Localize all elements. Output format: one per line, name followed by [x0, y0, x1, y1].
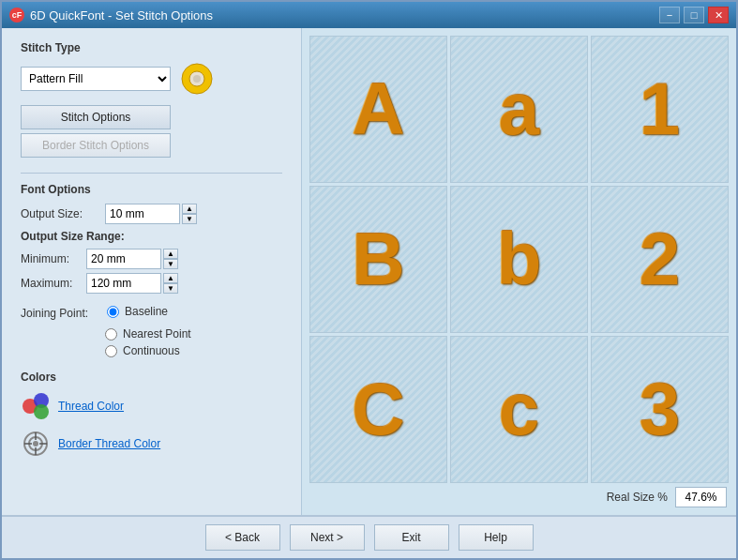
stitch-type-row: Pattern Fill: [21, 62, 282, 96]
output-size-down[interactable]: ▼: [182, 214, 197, 224]
continuous-row: Continuous: [105, 344, 282, 357]
border-stitch-options-button[interactable]: Border Stitch Options: [21, 133, 171, 158]
pattern-fill-icon: [180, 62, 214, 96]
main-window: cF 6D QuickFont - Set Stitch Options − □…: [0, 0, 738, 560]
letter-C: C: [352, 367, 404, 452]
joining-section: Joining Point: Baseline Nearest Point: [21, 305, 282, 357]
svg-point-8: [33, 441, 38, 446]
left-panel: Stitch Type Pattern Fill Stitch Options …: [2, 28, 302, 515]
nearest-radio[interactable]: [105, 328, 117, 341]
baseline-radio[interactable]: [107, 306, 119, 318]
maximize-button[interactable]: □: [684, 7, 704, 23]
joining-radio-group: Baseline: [105, 305, 168, 322]
font-options-section: Font Options Output Size: ▲ ▼ Output Siz…: [21, 183, 282, 294]
output-size-spinner: ▲ ▼: [182, 204, 197, 224]
exit-button[interactable]: Exit: [374, 524, 449, 551]
preview-cell-2: 2: [591, 186, 729, 333]
bottom-bar: < Back Next > Exit Help: [2, 515, 736, 558]
thread-color-icon: [21, 391, 51, 421]
stitch-buttons: Stitch Options Border Stitch Options: [21, 105, 282, 158]
thread-color-link[interactable]: Thread Color: [58, 400, 124, 413]
nearest-label: Nearest Point: [123, 327, 191, 341]
border-thread-icon: [21, 429, 51, 459]
letter-b: b: [497, 217, 542, 302]
letter-A: A: [352, 67, 404, 152]
title-controls: − □ ✕: [659, 7, 729, 23]
font-options-label: Font Options: [21, 183, 282, 196]
content-area: Stitch Type Pattern Fill Stitch Options …: [2, 28, 736, 515]
back-button[interactable]: < Back: [205, 524, 280, 551]
preview-grid: A a 1 B: [309, 36, 729, 483]
max-input[interactable]: [86, 273, 161, 294]
stitch-type-select[interactable]: Pattern Fill: [21, 67, 171, 91]
real-size-label: Real Size %: [607, 491, 668, 504]
svg-point-2: [193, 75, 201, 83]
colors-section: Colors Thread Color: [21, 371, 282, 459]
max-up[interactable]: ▲: [163, 273, 178, 283]
title-bar: cF 6D QuickFont - Set Stitch Options − □…: [2, 2, 736, 28]
joining-row: Joining Point: Baseline: [21, 305, 282, 322]
preview-cell-B: B: [309, 186, 447, 333]
max-label: Maximum:: [21, 277, 86, 290]
stitch-options-button[interactable]: Stitch Options: [21, 105, 171, 129]
size-row: Real Size %: [309, 483, 729, 507]
preview-cell-a: a: [450, 36, 588, 183]
app-icon: cF: [9, 8, 24, 23]
preview-cell-b: b: [450, 186, 588, 333]
output-size-input[interactable]: [105, 204, 180, 224]
close-button[interactable]: ✕: [708, 7, 729, 23]
max-row: Maximum: ▲ ▼: [21, 273, 282, 294]
min-input[interactable]: [86, 249, 161, 269]
min-down[interactable]: ▼: [163, 259, 178, 269]
preview-cell-1: 1: [591, 36, 729, 183]
nearest-row: Nearest Point: [105, 327, 282, 341]
preview-cell-C: C: [309, 336, 447, 483]
title-bar-left: cF 6D QuickFont - Set Stitch Options: [9, 8, 213, 23]
continuous-radio[interactable]: [105, 345, 117, 357]
size-range-section: Output Size Range: Minimum: ▲ ▼ Maximum:: [21, 230, 282, 294]
right-panel: A a 1 B: [302, 28, 736, 515]
minimize-button[interactable]: −: [659, 7, 680, 23]
stitch-type-label: Stitch Type: [21, 41, 282, 54]
next-button[interactable]: Next >: [290, 524, 365, 551]
svg-point-5: [34, 404, 49, 419]
max-down[interactable]: ▼: [163, 283, 178, 294]
output-size-up[interactable]: ▲: [182, 204, 197, 214]
baseline-label: Baseline: [125, 305, 168, 318]
letter-B: B: [352, 217, 404, 302]
border-thread-link[interactable]: Border Thread Color: [58, 437, 160, 450]
min-up[interactable]: ▲: [163, 249, 178, 259]
output-size-row: Output Size: ▲ ▼: [21, 204, 282, 224]
baseline-row: Baseline: [107, 305, 168, 318]
min-row: Minimum: ▲ ▼: [21, 249, 282, 269]
window-title: 6D QuickFont - Set Stitch Options: [30, 8, 213, 23]
min-label: Minimum:: [21, 252, 86, 265]
continuous-label: Continuous: [123, 344, 180, 357]
colors-label: Colors: [21, 371, 282, 384]
letter-a: a: [499, 67, 539, 152]
preview-cell-A: A: [309, 36, 447, 183]
real-size-input[interactable]: [675, 487, 727, 507]
joining-label: Joining Point:: [21, 307, 105, 320]
preview-cell-c: c: [450, 336, 588, 483]
letter-c: c: [499, 367, 539, 452]
output-size-label: Output Size:: [21, 207, 105, 220]
max-spinner: ▲ ▼: [163, 273, 178, 294]
thread-color-row: Thread Color: [21, 391, 282, 421]
letter-2: 2: [640, 217, 680, 302]
preview-cell-3: 3: [591, 336, 729, 483]
min-spinner: ▲ ▼: [163, 249, 178, 269]
size-range-label: Output Size Range:: [21, 230, 282, 243]
letter-1: 1: [640, 67, 680, 152]
letter-3: 3: [640, 367, 680, 452]
help-button[interactable]: Help: [459, 524, 534, 551]
border-thread-row: Border Thread Color: [21, 429, 282, 459]
